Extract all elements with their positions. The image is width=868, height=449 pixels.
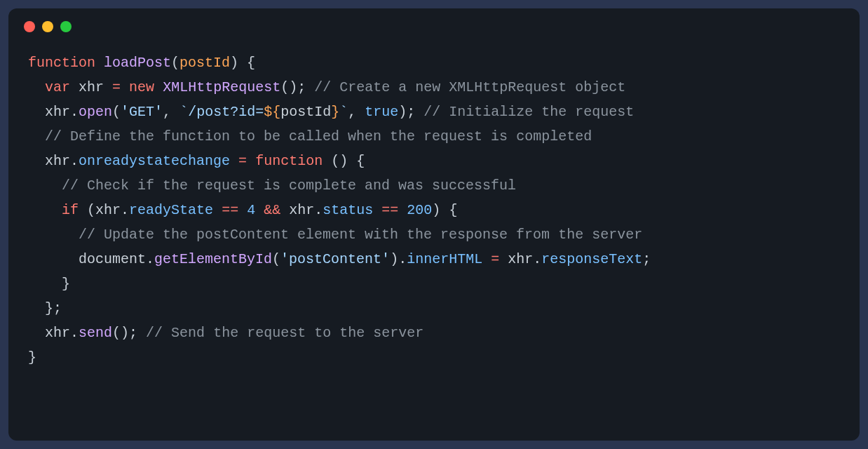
code-token-ident: xhr: [45, 153, 70, 169]
code-token-punct: ): [398, 104, 407, 120]
code-token-comment: // Send the request to the server: [146, 325, 423, 341]
code-token-punct: (: [171, 55, 179, 71]
code-token-punct: (): [280, 79, 297, 95]
code-token-keyword: var: [45, 79, 70, 95]
code-line: }: [28, 272, 840, 296]
code-token-param: postId: [179, 55, 230, 71]
code-line: xhr.onreadystatechange = function () {: [28, 149, 840, 173]
code-token-punct: {: [247, 55, 255, 71]
code-token-punct: ): [230, 55, 238, 71]
code-token-bool: true: [365, 104, 398, 120]
code-token-keyword: function: [255, 153, 323, 169]
code-token-func: send: [79, 325, 112, 341]
close-icon[interactable]: [24, 21, 35, 32]
code-token-punct: ;: [297, 79, 306, 95]
code-token-punct: .: [70, 325, 79, 341]
code-line: // Update the postContent element with t…: [28, 222, 840, 247]
code-token-punct: (: [112, 104, 121, 120]
code-token-punct: .: [533, 251, 541, 267]
code-token-prop: onreadystatechange: [79, 153, 230, 169]
code-token-prop: status: [323, 202, 373, 218]
code-line: xhr.send(); // Send the request to the s…: [28, 321, 840, 345]
code-token-op: =: [112, 79, 121, 95]
code-token-prop: responseText: [541, 251, 642, 267]
code-token-keyword: function: [28, 55, 95, 71]
code-token-punct: .: [314, 202, 323, 218]
code-line: };: [28, 296, 840, 321]
code-token-op: =: [491, 251, 499, 267]
code-token-ident: xhr: [289, 202, 314, 218]
code-token-func: loadPost: [104, 55, 171, 71]
code-token-punct: (): [331, 153, 348, 169]
code-token-punct: ,: [348, 104, 356, 120]
code-token-num: 4: [247, 202, 255, 218]
code-token-punct: (: [87, 202, 95, 218]
code-token-interp: ${: [264, 104, 280, 120]
code-token-comment: // Initialize the request: [423, 104, 634, 120]
code-token-prop: innerHTML: [407, 251, 482, 267]
code-token-ident: xhr: [45, 325, 70, 341]
code-token-ident: xhr: [45, 104, 70, 120]
code-token-punct: ): [432, 202, 440, 218]
code-token-string: 'GET': [121, 104, 163, 120]
code-editor[interactable]: function loadPost(postId) { var xhr = ne…: [8, 35, 860, 384]
code-token-num: 200: [407, 202, 432, 218]
code-line: // Check if the request is complete and …: [28, 173, 840, 198]
code-token-punct: .: [70, 104, 79, 120]
code-token-ident: document: [79, 251, 146, 267]
code-token-ident: xhr: [508, 251, 533, 267]
code-token-punct: (): [112, 325, 129, 341]
code-token-punct: .: [70, 153, 79, 169]
code-token-punct: }: [62, 276, 70, 292]
code-token-punct: .: [121, 202, 129, 218]
code-token-ident: xhr: [95, 202, 121, 218]
code-token-op: =: [238, 153, 247, 169]
code-token-func: open: [79, 104, 112, 120]
code-token-punct: .: [398, 251, 407, 267]
code-token-punct: ;: [642, 251, 651, 267]
code-token-comment: // Update the postContent element with t…: [79, 227, 642, 243]
code-token-punct: ;: [53, 300, 62, 316]
code-token-punct: ;: [407, 104, 415, 120]
window-titlebar: [8, 8, 860, 35]
code-token-op: ==: [222, 202, 238, 218]
code-token-punct: }: [28, 349, 36, 366]
code-token-string: `: [339, 104, 348, 120]
code-line: }: [28, 345, 840, 370]
code-token-punct: {: [449, 202, 457, 218]
code-token-punct: }: [45, 300, 53, 316]
code-token-keyword: new: [129, 79, 154, 95]
code-token-keyword: if: [62, 202, 79, 218]
code-token-string: `/post?id=: [179, 104, 264, 120]
code-token-func: XMLHttpRequest: [163, 79, 280, 95]
code-token-op: ==: [381, 202, 398, 218]
code-window: function loadPost(postId) { var xhr = ne…: [8, 8, 860, 441]
code-token-ident: xhr: [79, 79, 104, 95]
code-line: if (xhr.readyState == 4 && xhr.status ==…: [28, 198, 840, 222]
minimize-icon[interactable]: [42, 21, 53, 32]
code-token-punct: (: [272, 251, 280, 267]
code-token-comment: // Check if the request is complete and …: [62, 177, 516, 194]
code-token-punct: ;: [129, 325, 137, 341]
code-token-string: 'postContent': [280, 251, 390, 267]
code-token-comment: // Create a new XMLHttpRequest object: [314, 79, 625, 95]
code-token-comment: // Define the function to be called when…: [45, 128, 592, 145]
code-token-op: &&: [264, 202, 280, 218]
code-line: document.getElementById('postContent').i…: [28, 247, 840, 272]
code-line: var xhr = new XMLHttpRequest(); // Creat…: [28, 75, 840, 100]
code-line: xhr.open('GET', `/post?id=${postId}`, tr…: [28, 100, 840, 124]
code-line: function loadPost(postId) {: [28, 51, 840, 75]
code-token-punct: ): [390, 251, 398, 267]
code-line: // Define the function to be called when…: [28, 124, 840, 149]
code-token-punct: .: [146, 251, 154, 267]
code-token-func: getElementById: [154, 251, 272, 267]
code-token-punct: {: [356, 153, 365, 169]
maximize-icon[interactable]: [60, 21, 72, 32]
code-token-prop: readyState: [129, 202, 213, 218]
code-token-interp: }: [331, 104, 339, 120]
code-token-ident: postId: [280, 104, 331, 120]
code-token-punct: ,: [163, 104, 171, 120]
